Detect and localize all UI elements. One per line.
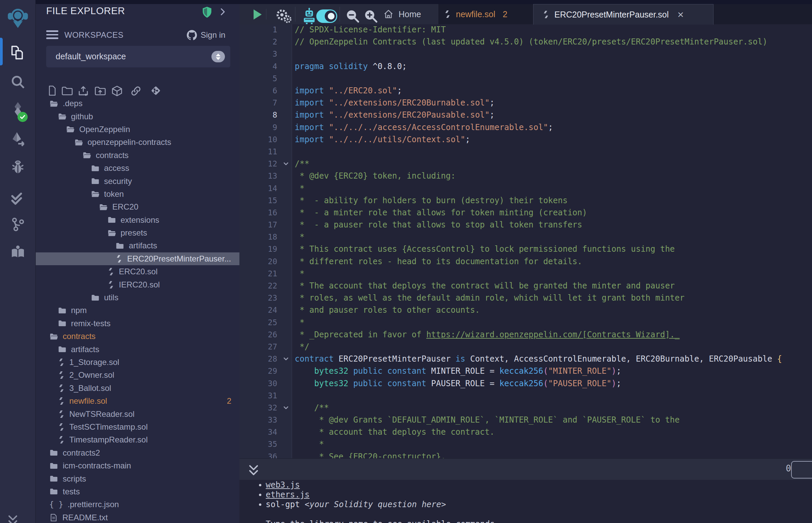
line-number: 23 xyxy=(240,293,277,302)
tree-item[interactable]: extensions xyxy=(35,214,240,227)
tree-item-label: github xyxy=(71,112,93,121)
tree-item[interactable]: .deps xyxy=(35,97,240,110)
plugin-manager-icon[interactable] xyxy=(0,244,35,260)
tree-item[interactable]: ERC20 xyxy=(35,200,240,213)
fold-chevron-icon[interactable] xyxy=(282,160,290,167)
tree-item[interactable]: NewTSReader.sol xyxy=(35,408,240,420)
line-number: 11 xyxy=(240,147,277,156)
ai-robot-icon[interactable] xyxy=(301,7,317,25)
panel-title: FILE EXPLORER xyxy=(46,5,125,17)
line-number: 18 xyxy=(240,233,277,241)
tree-item[interactable]: IERC20.sol xyxy=(35,278,240,291)
tab-ERC20PresetMinterPauser.sol[interactable]: ERC20PresetMinterPauser.sol× xyxy=(533,4,713,24)
ipfs-cube-icon[interactable] xyxy=(111,85,123,97)
git-branch-icon[interactable] xyxy=(0,216,35,233)
tree-item[interactable]: contracts xyxy=(35,330,240,343)
tree-item-label: security xyxy=(104,177,132,186)
tree-item[interactable]: utils xyxy=(35,291,240,304)
terminal-line: ethers.js xyxy=(240,490,812,500)
tree-item[interactable]: access xyxy=(35,162,240,175)
github-icon[interactable] xyxy=(186,29,198,41)
tree-item[interactable]: security xyxy=(35,175,240,187)
upload-file-icon[interactable] xyxy=(77,85,89,97)
tree-item[interactable]: openzeppelin-contracts xyxy=(35,136,240,149)
tree-item[interactable]: ERC20.sol xyxy=(35,265,240,278)
new-file-icon[interactable] xyxy=(47,85,58,96)
code-line: 10import "../../../utils/Context.sol"; xyxy=(240,133,812,146)
upload-folder-icon[interactable] xyxy=(94,85,106,97)
debugger-icon[interactable] xyxy=(0,159,35,175)
tree-item[interactable]: icm-contracts-main xyxy=(35,459,240,472)
solidity-compiler-icon[interactable] xyxy=(0,101,35,117)
deploy-run-icon[interactable] xyxy=(0,131,35,148)
tree-item[interactable]: remix-tests xyxy=(35,317,240,330)
fold-chevron-icon[interactable] xyxy=(282,355,290,363)
terminal-search-input[interactable] xyxy=(791,461,812,479)
solidity-file-icon xyxy=(107,267,114,276)
tab-newfile.sol[interactable]: newfile.sol2 xyxy=(442,4,510,24)
sign-in-button[interactable]: Sign in xyxy=(201,30,225,40)
line-number: 32 xyxy=(240,403,277,412)
line-number: 3 xyxy=(240,50,277,58)
tree-item-label: .prettierrc.json xyxy=(68,500,119,509)
tree-item[interactable]: token xyxy=(35,188,240,200)
terminal-output[interactable]: web3.jsethers.jssol-gpt <your Solidity q… xyxy=(240,480,812,523)
workspace-spinner-icon[interactable] xyxy=(211,51,225,62)
tree-item[interactable]: artifacts xyxy=(35,343,240,356)
tree-item[interactable]: OpenZeppelin xyxy=(35,123,240,136)
tree-item[interactable]: { }.prettierrc.json xyxy=(35,498,240,511)
workspace-select[interactable]: default_workspace xyxy=(46,46,230,67)
git-clone-icon[interactable] xyxy=(150,85,161,96)
tree-item[interactable]: presets xyxy=(35,227,240,239)
fold-chevron-icon[interactable] xyxy=(282,404,290,412)
tree-item[interactable]: README.txt xyxy=(35,511,240,523)
new-folder-icon[interactable] xyxy=(61,85,73,97)
doc-icon xyxy=(49,513,58,522)
code-line: 8import "../extensions/ERC20Pausable.sol… xyxy=(240,109,812,121)
ai-copilot-toggle[interactable] xyxy=(316,10,337,23)
tree-item[interactable]: TimestampReader.sol xyxy=(35,433,240,446)
tab-label: Home xyxy=(399,10,421,19)
run-icon[interactable] xyxy=(253,10,262,20)
zoom-in-icon[interactable] xyxy=(364,9,378,23)
link-icon[interactable] xyxy=(130,85,142,97)
terminal-link[interactable]: ethers.js xyxy=(266,490,310,500)
tree-item-label: contracts xyxy=(63,331,95,341)
solidity-file-icon xyxy=(58,371,65,380)
file-explorer-icon[interactable] xyxy=(0,44,35,61)
terminal-line: Type the library name to see available c… xyxy=(240,519,812,523)
tree-item[interactable]: 2_Owner.sol xyxy=(35,369,240,381)
tree-item-label: NewTSReader.sol xyxy=(69,410,135,419)
tree-item[interactable]: npm xyxy=(35,304,240,317)
close-icon[interactable]: × xyxy=(677,9,684,20)
search-icon[interactable] xyxy=(0,73,35,90)
double-chevron-down-icon[interactable] xyxy=(5,513,20,523)
compile-success-badge xyxy=(18,112,28,122)
tree-item[interactable]: 3_Ballot.sol xyxy=(35,382,240,395)
tree-item[interactable]: tests xyxy=(35,485,240,498)
tab-Home[interactable]: Home xyxy=(381,4,423,24)
tree-item[interactable]: contracts2 xyxy=(35,447,240,459)
tree-item[interactable]: contracts xyxy=(35,149,240,162)
workspace-name: default_workspace xyxy=(56,52,126,61)
terminal-link[interactable]: web3.js xyxy=(266,480,300,490)
code-editor[interactable]: 1// SPDX-License-Identifier: MIT2// Open… xyxy=(240,24,812,458)
terminal-collapse-icon[interactable] xyxy=(246,463,261,478)
tree-item[interactable]: scripts xyxy=(35,472,240,485)
tree-item[interactable]: TestSCTimestamp.sol xyxy=(35,420,240,433)
workspaces-menu-icon[interactable] xyxy=(46,30,58,40)
zoom-out-icon[interactable] xyxy=(345,9,360,23)
run-script-icon[interactable] xyxy=(275,8,293,24)
tree-item-label: tests xyxy=(63,487,80,497)
line-number: 31 xyxy=(240,391,277,400)
tree-item[interactable]: ERC20PresetMinterPauser... xyxy=(35,252,240,265)
tree-item[interactable]: 1_Storage.sol xyxy=(35,356,240,369)
tree-item-label: ERC20PresetMinterPauser... xyxy=(127,254,231,264)
tree-item[interactable]: artifacts xyxy=(35,239,240,252)
chevron-right-icon[interactable] xyxy=(217,7,228,17)
tree-item[interactable]: github xyxy=(35,110,240,123)
code-line: 12/** xyxy=(240,158,812,170)
tree-item[interactable]: newfile.sol2 xyxy=(35,395,240,408)
unit-testing-icon[interactable] xyxy=(0,190,35,206)
line-number: 25 xyxy=(240,318,277,327)
